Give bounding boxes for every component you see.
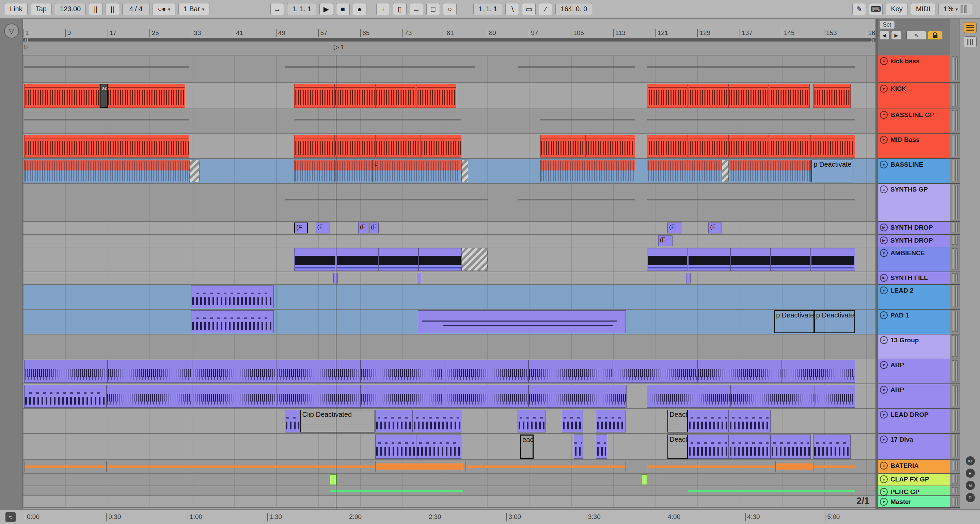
track-fold-icon[interactable]: ▼ <box>880 386 888 394</box>
volume-slider[interactable] <box>952 110 954 131</box>
volume-slider[interactable] <box>952 461 954 471</box>
clip[interactable] <box>729 84 769 108</box>
volume-slider[interactable] <box>952 236 954 245</box>
volume-slider[interactable] <box>952 160 954 181</box>
volume-slider[interactable] <box>952 311 954 332</box>
clip[interactable] <box>416 435 461 459</box>
follow-button[interactable]: → <box>270 3 284 15</box>
clip[interactable] <box>688 487 855 495</box>
track-header-17-diva-16[interactable]: ▼17 Diva <box>878 434 950 460</box>
track-fold-icon[interactable]: ▼ <box>880 361 888 369</box>
clip[interactable] <box>528 385 627 408</box>
set-locator-button[interactable]: Set <box>879 21 895 29</box>
clip[interactable]: Deactiv <box>667 410 688 432</box>
clip[interactable] <box>285 410 300 432</box>
clip[interactable] <box>375 461 463 472</box>
loop-start-field[interactable]: 1. 1. 1 <box>473 3 503 15</box>
clip[interactable]: p Deactivate <box>814 310 855 333</box>
lane-clap-fx-gp-18[interactable] <box>23 474 875 486</box>
track-meter[interactable] <box>950 384 959 409</box>
clip[interactable] <box>413 410 461 432</box>
clip[interactable]: (F <box>358 222 368 233</box>
track-play-icon[interactable]: ▶ <box>880 274 888 282</box>
track-meter[interactable] <box>950 486 959 496</box>
track-group-icon[interactable]: ≡ <box>880 111 888 119</box>
volume-slider[interactable] <box>952 248 954 270</box>
clip[interactable] <box>771 435 811 459</box>
nudge-up-button[interactable]: || <box>105 3 119 15</box>
track-meter[interactable] <box>950 134 959 159</box>
clip[interactable] <box>647 160 688 183</box>
lane-13-group-12[interactable] <box>23 335 875 359</box>
track-header-kick-1[interactable]: ▼KICK <box>878 83 950 109</box>
volume-slider[interactable] <box>952 335 954 357</box>
lane-mid-bass-3[interactable] <box>23 134 875 159</box>
clip[interactable] <box>647 135 688 157</box>
clip[interactable] <box>191 310 274 333</box>
track-meter[interactable] <box>950 222 959 235</box>
lane-synths-gp-5[interactable] <box>23 184 875 222</box>
track-group-icon[interactable]: ≡ <box>880 336 888 344</box>
lane-ambience-8[interactable] <box>23 248 875 272</box>
clip[interactable] <box>647 461 776 472</box>
volume-slider[interactable] <box>952 475 954 484</box>
clip[interactable] <box>24 135 190 157</box>
clip[interactable] <box>24 360 108 383</box>
track-header-13-group-12[interactable]: ≡13 Group <box>878 335 950 359</box>
volume-slider[interactable] <box>952 185 954 219</box>
clip[interactable] <box>540 135 586 157</box>
lane-synth-fill-9[interactable] <box>23 272 875 285</box>
track-header-bassline-gp-2[interactable]: ≡BASSLINE GP <box>878 109 950 134</box>
clip[interactable] <box>107 461 375 472</box>
track-header-bateria-17[interactable]: ≡BATERIA <box>878 460 950 474</box>
clip[interactable] <box>379 248 419 271</box>
panel-separator[interactable] <box>875 19 878 509</box>
clip[interactable] <box>729 435 771 459</box>
track-fold-icon[interactable]: ▼ <box>880 311 888 319</box>
track-header-master-20[interactable]: ▼Master <box>878 496 950 508</box>
clip[interactable] <box>192 360 277 383</box>
lane-synth-drop-6[interactable]: (F(F(F(F(F(F <box>23 222 875 235</box>
clip[interactable] <box>613 360 697 383</box>
track-fold-icon[interactable]: ▼ <box>880 160 888 168</box>
clip[interactable] <box>813 461 855 472</box>
clip[interactable] <box>418 248 461 271</box>
track-play-icon[interactable]: ▶ <box>880 224 888 231</box>
re-enable-automation-button[interactable]: ← <box>410 3 423 15</box>
clip[interactable] <box>769 84 810 108</box>
clip[interactable]: (F <box>708 222 722 233</box>
key-map-button[interactable]: Key <box>886 3 907 15</box>
nudge-down-button[interactable]: || <box>89 3 102 15</box>
clip[interactable] <box>811 135 855 157</box>
clip[interactable] <box>518 199 635 200</box>
clip[interactable] <box>730 248 771 271</box>
clip[interactable] <box>420 135 461 157</box>
clip[interactable] <box>461 248 488 271</box>
volume-slider[interactable] <box>952 435 954 457</box>
track-meter[interactable] <box>950 248 959 272</box>
clip[interactable] <box>361 385 444 408</box>
clip[interactable] <box>730 385 815 408</box>
lane-arp-13[interactable] <box>23 359 875 384</box>
track-fold-icon[interactable]: ▼ <box>880 435 888 443</box>
clip[interactable] <box>813 435 851 459</box>
volume-slider[interactable] <box>952 487 954 493</box>
clip[interactable] <box>596 435 607 459</box>
track-header-mid-bass-3[interactable]: ▼MID Bass <box>878 134 950 159</box>
mixer-toggle-r[interactable]: R <box>966 468 975 478</box>
clip[interactable]: p Deactivate <box>811 160 853 183</box>
track-group-icon[interactable]: ≡ <box>880 57 888 65</box>
clip[interactable] <box>107 385 192 408</box>
lane-bassline-4[interactable]: cp Deactivate <box>23 159 875 184</box>
track-fold-icon[interactable]: ▼ <box>880 498 888 506</box>
loop-button[interactable]: ▭ <box>522 3 536 15</box>
track-meter[interactable] <box>950 83 959 109</box>
clip[interactable] <box>361 360 444 383</box>
track-header-pad-1-11[interactable]: ▼PAD 1 <box>878 310 950 335</box>
playhead[interactable] <box>336 56 336 509</box>
track-meter[interactable] <box>950 272 959 285</box>
computer-midi-keyboard-button[interactable]: ⌨ <box>869 3 883 15</box>
track-header-synths-gp-5[interactable]: ≡SYNTHS GP <box>878 184 950 222</box>
clip[interactable] <box>540 119 635 121</box>
clip[interactable]: (F <box>316 222 330 233</box>
